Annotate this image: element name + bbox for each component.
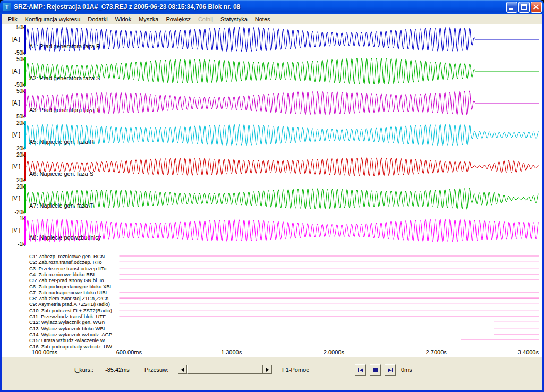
menu-item-plik[interactable]: Plik <box>4 15 21 23</box>
scale-bottom-A1: -50k <box>15 50 26 56</box>
f1-help-label: F1-Pomoc <box>282 367 309 373</box>
time-tick-label-4: 2.7000s <box>426 349 447 355</box>
scale-top-A6: 20k <box>16 152 26 158</box>
unit-label-A1: [A ] <box>12 36 20 42</box>
window-buttons <box>506 2 542 13</box>
unit-label-A2: [A ] <box>12 68 20 74</box>
waveform-A5 <box>27 124 539 146</box>
digital-label-C14: C14: Wylacz.wylacznik wzbudz. AGP <box>29 331 112 337</box>
pan-scrollbar[interactable] <box>178 365 272 374</box>
close-button[interactable] <box>531 2 542 13</box>
digital-label-C3: C3: Przetezenie transf.odczep.ItTo <box>29 266 106 271</box>
channel-label-A6: A6: Napiecie gen. faza S <box>29 171 94 177</box>
pan-label: Przesuw: <box>144 367 168 373</box>
time-tick-label-5: 3.4000s <box>518 349 539 355</box>
scroll-right-button[interactable] <box>263 365 272 374</box>
arrow-right-icon <box>266 368 271 372</box>
step-back-icon <box>358 368 364 373</box>
waveform-chart: 50k[A ]-50kA1: Prad generatora faza R50k… <box>2 24 542 357</box>
digital-label-C1: C1: Zabezp. roznicowe gen. RGN <box>29 253 105 259</box>
scale-top-A7: 20k <box>16 184 26 190</box>
menu-item-powi-ksz[interactable]: Powiększ <box>162 15 194 23</box>
unit-label-A3: [A ] <box>12 100 20 106</box>
scale-bottom-A3: -50k <box>15 114 26 120</box>
menu-item-notes[interactable]: Notes <box>251 15 274 23</box>
step-forward-button[interactable] <box>385 364 396 376</box>
digital-label-C7: C7: Zab.nadnapieciowe bloku UtBl <box>29 289 107 295</box>
step-back-button[interactable] <box>355 364 366 376</box>
window-body: PlikKonfiguracja wykresuDodatkiWidokMysz… <box>2 14 542 390</box>
scale-bottom-A8: -1k <box>18 241 26 247</box>
digital-label-C12: C12: Wylacz.wylacznik gen. WGn <box>29 319 105 325</box>
app-icon: T <box>3 3 11 11</box>
menubar: PlikKonfiguracja wykresuDodatkiWidokMysz… <box>2 14 542 24</box>
maximize-button[interactable] <box>518 2 530 13</box>
time-tick-label-0: -100.00ms <box>30 349 57 355</box>
scale-top-A1: 50k <box>16 24 26 30</box>
menu-item-cofnij: Cofnij <box>194 15 217 23</box>
menu-item-widok[interactable]: Widok <box>112 15 135 23</box>
titlebar[interactable]: T SRZ-AMP: Rejestracja 01A#_C73.REJ z 20… <box>0 0 544 14</box>
plot-area[interactable]: 50k[A ]-50kA1: Prad generatora faza R50k… <box>2 24 542 357</box>
app-icon-letter: T <box>5 4 9 10</box>
waveform-A3 <box>27 91 539 115</box>
digital-label-C8: C8: Zab.ziem-zwar.stoj.Z1Gn,Z2Gn <box>29 295 108 301</box>
minimize-icon <box>509 8 513 10</box>
stop-button[interactable] <box>370 364 381 376</box>
minimize-button[interactable] <box>506 2 517 13</box>
waveform-A8 <box>27 219 539 242</box>
digital-label-C15: C15: Utrata wzbudz.-wlaczenie W <box>29 337 105 343</box>
waveform-A7 <box>27 188 539 210</box>
menu-item-konfiguracja-wykresu[interactable]: Konfiguracja wykresu <box>21 15 84 23</box>
digital-label-C6: C6: Zab.podimpedancyjne bloku XBL <box>29 284 113 289</box>
scroll-left-button[interactable] <box>178 365 187 374</box>
menu-item-dodatki[interactable]: Dodatki <box>84 15 111 23</box>
stop-icon <box>372 368 379 373</box>
digital-label-C16: C16: Zab.podnap.utraty wzbudz. UW <box>29 344 112 350</box>
control-bar: t_kurs.: -85.42ms Przesuw: F1-Pomoc <box>2 357 542 390</box>
scale-bottom-A7: -20k <box>15 209 26 215</box>
cursor-time-value: -85.42ms <box>105 367 130 373</box>
cursor-time-label: t_kurs.: <box>74 367 94 373</box>
step-forward-icon <box>387 368 394 373</box>
scale-top-A8: 1k <box>19 216 26 221</box>
digital-label-C2: C2: Zab.rozn.transf.odczep. RTo <box>29 259 102 265</box>
unit-label-A5: [V ] <box>12 132 20 138</box>
time-tick-label-1: 600.00ms <box>116 349 142 355</box>
waveform-A1 <box>27 27 539 52</box>
digital-label-C4: C4: Zab.roznicowe bloku RBL <box>29 271 96 277</box>
menu-item-myszka[interactable]: Myszka <box>135 15 162 23</box>
scale-bottom-A5: -20k <box>15 146 26 151</box>
time-tick-label-3: 2.0000s <box>324 349 345 355</box>
unit-label-A7: [V ] <box>12 195 20 201</box>
time-tick-label-2: 1.3000s <box>221 349 242 355</box>
scale-top-A5: 20k <box>16 120 26 126</box>
digital-label-C5: C5: Zab.zer-prad.strony GN bl. Io <box>29 277 104 283</box>
digital-label-C13: C13: Wylacz.wylacznik bloku WBL <box>29 326 106 331</box>
unit-label-A6: [V ] <box>12 164 20 169</box>
scale-bottom-A2: -50k <box>15 82 26 88</box>
waveform-A2 <box>27 58 539 84</box>
waveform-A6 <box>27 158 539 176</box>
digital-label-C9: C9: Asymetria prad.A +ZST1(Radio) <box>29 301 110 307</box>
maximize-icon <box>521 4 527 10</box>
scale-top-A3: 50k <box>16 88 26 94</box>
scale-top-A2: 50k <box>16 56 26 62</box>
arrow-left-icon <box>179 368 184 372</box>
window-title: SRZ-AMP: Rejestracja 01A#_C73.REJ z 2005… <box>14 3 506 11</box>
unit-label-A8: [V ] <box>12 227 20 233</box>
scale-bottom-A6: -20k <box>15 177 26 183</box>
scrollbar-track[interactable] <box>187 365 263 374</box>
digital-label-C10: C10: Zab.podczest.Ft + ZST2(Radio) <box>29 308 112 313</box>
digital-label-C11: C11: Przewzbudz.transf.blok. UTF <box>29 313 106 319</box>
menu-item-statystyka[interactable]: Statystyka <box>217 15 251 23</box>
playback-time-value: 0ms <box>401 367 412 373</box>
app-window: T SRZ-AMP: Rejestracja 01A#_C73.REJ z 20… <box>0 0 544 392</box>
scrollbar-thumb[interactable] <box>187 365 263 374</box>
